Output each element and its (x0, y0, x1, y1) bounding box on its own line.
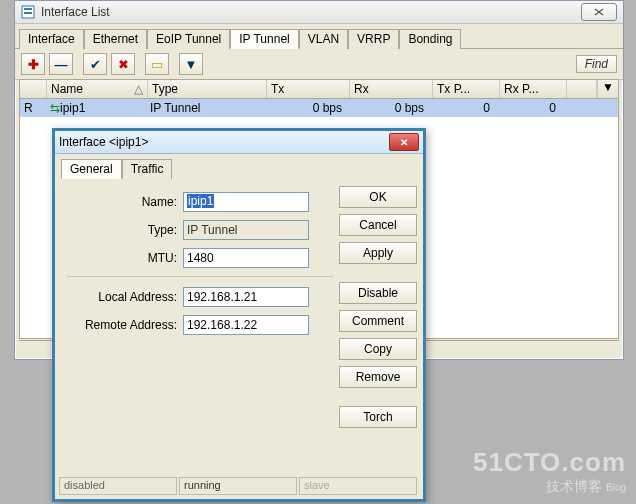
main-titlebar: Interface List (15, 1, 623, 24)
dialog-title: Interface <ipip1> (59, 135, 389, 149)
tab-bonding[interactable]: Bonding (399, 29, 461, 49)
dialog-tabs: General Traffic (55, 154, 423, 178)
row-tx: 0 bps (264, 99, 346, 117)
table-row[interactable]: R ⇆ipip1 IP Tunnel 0 bps 0 bps 0 0 (20, 99, 618, 117)
col-type[interactable]: Type (148, 80, 267, 98)
tab-general[interactable]: General (61, 159, 122, 179)
col-name[interactable]: Name △ (47, 80, 148, 98)
local-address-field[interactable] (183, 287, 309, 307)
watermark: 51CTO.com 技术博客 Blog (473, 447, 626, 496)
main-toolbar: ✚ — ✔ ✖ ▭ ▼ Find (15, 49, 623, 80)
dialog-buttons: OK Cancel Apply Disable Comment Copy Rem… (339, 184, 417, 502)
label-type: Type: (67, 223, 183, 237)
cancel-button[interactable]: Cancel (339, 214, 417, 236)
separator (67, 276, 333, 277)
link-icon: ⇆ (50, 101, 60, 115)
sort-icon: △ (134, 82, 143, 96)
main-tabs: Interface Ethernet EoIP Tunnel IP Tunnel… (15, 24, 623, 49)
type-field (183, 220, 309, 240)
mtu-field[interactable] (183, 248, 309, 268)
col-rxp[interactable]: Rx P... (500, 80, 567, 98)
note-icon: ▭ (151, 57, 163, 72)
label-mtu: MTU: (67, 251, 183, 265)
grid-header: Name △ Type Tx Rx Tx P... Rx P... ▼ (20, 80, 618, 99)
label-local: Local Address: (67, 290, 183, 304)
tab-interface[interactable]: Interface (19, 29, 84, 49)
funnel-icon: ▼ (185, 57, 198, 72)
row-local: Local Address: (67, 287, 333, 307)
plus-icon: ✚ (28, 57, 39, 72)
status-slave: slave (299, 477, 417, 495)
tab-ip-tunnel[interactable]: IP Tunnel (230, 29, 298, 49)
minus-icon: — (55, 57, 68, 72)
remove-button[interactable]: Remove (339, 366, 417, 388)
dialog-close-button[interactable]: ✕ (389, 133, 419, 151)
close-icon: ✕ (400, 137, 408, 148)
main-close-button[interactable] (581, 3, 617, 21)
find-button[interactable]: Find (576, 55, 617, 73)
tab-vlan[interactable]: VLAN (299, 29, 348, 49)
col-txp[interactable]: Tx P... (433, 80, 500, 98)
col-spacer (567, 80, 597, 98)
filter-button[interactable]: ▼ (179, 53, 203, 75)
check-icon: ✔ (90, 57, 101, 72)
col-rx[interactable]: Rx (350, 80, 433, 98)
remote-address-field[interactable] (183, 315, 309, 335)
dialog-form: Name: ipip1 Type: MTU: Local Address: Re… (61, 184, 339, 502)
x-icon: ✖ (118, 57, 129, 72)
tab-eoip-tunnel[interactable]: EoIP Tunnel (147, 29, 230, 49)
row-rxp: 0 (494, 99, 560, 117)
name-field[interactable]: ipip1 (183, 192, 309, 212)
remove-button[interactable]: — (49, 53, 73, 75)
col-flag[interactable] (20, 80, 47, 98)
row-type: Type: (67, 220, 333, 240)
tab-vrrp[interactable]: VRRP (348, 29, 399, 49)
add-button[interactable]: ✚ (21, 53, 45, 75)
copy-button[interactable]: Copy (339, 338, 417, 360)
comment-button[interactable]: Comment (339, 310, 417, 332)
row-rx: 0 bps (346, 99, 428, 117)
row-name: ⇆ipip1 (46, 99, 146, 117)
comment-button[interactable]: ▭ (145, 53, 169, 75)
row-flag: R (20, 99, 46, 117)
row-mtu: MTU: (67, 248, 333, 268)
row-name: Name: ipip1 (67, 192, 333, 212)
svg-rect-2 (24, 12, 32, 14)
tab-ethernet[interactable]: Ethernet (84, 29, 147, 49)
apply-button[interactable]: Apply (339, 242, 417, 264)
disable-button[interactable]: ✖ (111, 53, 135, 75)
label-name: Name: (67, 195, 183, 209)
status-disabled: disabled (59, 477, 177, 495)
svg-rect-1 (24, 8, 32, 10)
interface-dialog: Interface <ipip1> ✕ General Traffic Name… (52, 128, 426, 502)
disable-button[interactable]: Disable (339, 282, 417, 304)
app-icon (21, 5, 35, 19)
row-txp: 0 (428, 99, 494, 117)
ok-button[interactable]: OK (339, 186, 417, 208)
status-running: running (179, 477, 297, 495)
main-title: Interface List (41, 5, 581, 19)
row-type: IP Tunnel (146, 99, 264, 117)
enable-button[interactable]: ✔ (83, 53, 107, 75)
torch-button[interactable]: Torch (339, 406, 417, 428)
col-tx[interactable]: Tx (267, 80, 350, 98)
column-chooser[interactable]: ▼ (597, 80, 618, 98)
tab-traffic[interactable]: Traffic (122, 159, 173, 179)
row-remote: Remote Address: (67, 315, 333, 335)
dialog-titlebar: Interface <ipip1> ✕ (55, 131, 423, 154)
dialog-status: disabled running slave (59, 477, 419, 495)
dialog-body: Name: ipip1 Type: MTU: Local Address: Re… (55, 178, 423, 504)
label-remote: Remote Address: (67, 318, 183, 332)
